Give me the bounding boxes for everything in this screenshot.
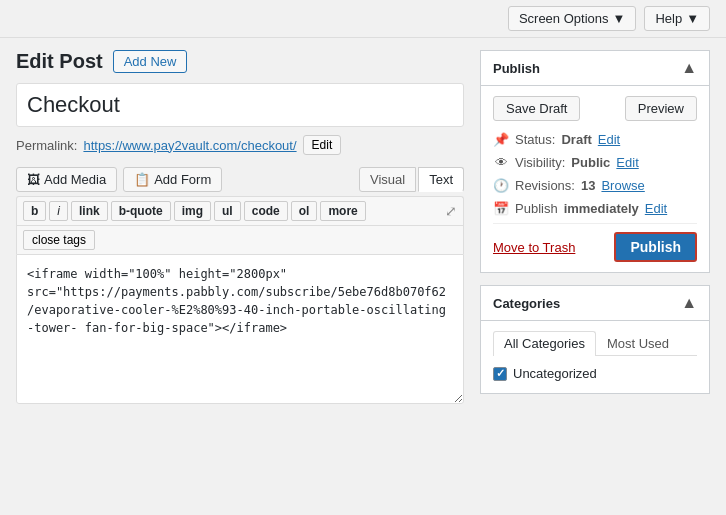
status-value: Draft bbox=[561, 132, 591, 147]
top-bar: Screen Options ▼ Help ▼ bbox=[0, 0, 726, 38]
publish-button[interactable]: Publish bbox=[614, 232, 697, 262]
calendar-icon: 📅 bbox=[493, 200, 509, 216]
format-img-button[interactable]: img bbox=[174, 201, 211, 221]
cat-checkbox-uncategorized[interactable]: ✓ bbox=[493, 367, 507, 381]
media-icon: 🖼 bbox=[27, 172, 40, 187]
publish-time-row: 📅 Publish immediately Edit bbox=[493, 200, 697, 216]
publish-panel-toggle[interactable]: ▲ bbox=[681, 59, 697, 77]
pin-icon: 📌 bbox=[493, 131, 509, 147]
permalink-label: Permalink: bbox=[16, 138, 77, 153]
screen-options-button[interactable]: Screen Options ▼ bbox=[508, 6, 636, 31]
categories-panel-header: Categories ▲ bbox=[481, 286, 709, 321]
tab-visual[interactable]: Visual bbox=[359, 167, 416, 192]
revisions-browse-link[interactable]: Browse bbox=[601, 178, 644, 193]
chevron-down-icon: ▼ bbox=[613, 11, 626, 26]
categories-panel-body: All Categories Most Used ✓ Uncategorized bbox=[481, 321, 709, 393]
publish-time-edit-link[interactable]: Edit bbox=[645, 201, 667, 216]
categories-panel-toggle[interactable]: ▲ bbox=[681, 294, 697, 312]
close-tags-button[interactable]: close tags bbox=[23, 230, 95, 250]
close-tags-row: close tags bbox=[16, 225, 464, 254]
revisions-row: 🕐 Revisions: 13 Browse bbox=[493, 177, 697, 193]
format-bquote-button[interactable]: b-quote bbox=[111, 201, 171, 221]
checkmark-icon: ✓ bbox=[496, 367, 505, 380]
status-label: Status: bbox=[515, 132, 555, 147]
main-content: Edit Post Add New Permalink: https://www… bbox=[0, 38, 726, 419]
cat-tab-most-used[interactable]: Most Used bbox=[596, 331, 680, 355]
categories-panel: Categories ▲ All Categories Most Used ✓ … bbox=[480, 285, 710, 394]
permalink-link[interactable]: https://www.pay2vault.com/checkout/ bbox=[83, 138, 296, 153]
publish-panel-header: Publish ▲ bbox=[481, 51, 709, 86]
add-form-button[interactable]: 📋 Add Form bbox=[123, 167, 222, 192]
categories-panel-title: Categories bbox=[493, 296, 560, 311]
add-form-label: Add Form bbox=[154, 172, 211, 187]
save-preview-row: Save Draft Preview bbox=[493, 96, 697, 121]
view-tabs: Visual Text bbox=[359, 167, 464, 192]
format-ul-button[interactable]: ul bbox=[214, 201, 241, 221]
cat-label-uncategorized: Uncategorized bbox=[513, 366, 597, 381]
cat-tabs: All Categories Most Used bbox=[493, 331, 697, 356]
publish-footer: Move to Trash Publish bbox=[493, 223, 697, 262]
right-panel: Publish ▲ Save Draft Preview 📌 Status: D… bbox=[480, 50, 710, 407]
editor-textarea[interactable] bbox=[16, 254, 464, 404]
visibility-edit-link[interactable]: Edit bbox=[616, 155, 638, 170]
help-label: Help bbox=[655, 11, 682, 26]
permalink-row: Permalink: https://www.pay2vault.com/che… bbox=[16, 135, 464, 155]
left-panel: Edit Post Add New Permalink: https://www… bbox=[16, 50, 464, 407]
preview-button[interactable]: Preview bbox=[625, 96, 697, 121]
screen-options-label: Screen Options bbox=[519, 11, 609, 26]
format-bar: b i link b-quote img ul code ol more ⤢ bbox=[16, 196, 464, 225]
visibility-row: 👁 Visibility: Public Edit bbox=[493, 154, 697, 170]
resize-icon: ⤢ bbox=[445, 203, 457, 219]
add-new-button[interactable]: Add New bbox=[113, 50, 188, 73]
visibility-value: Public bbox=[571, 155, 610, 170]
eye-icon: 👁 bbox=[493, 154, 509, 170]
format-ol-button[interactable]: ol bbox=[291, 201, 318, 221]
page-title-row: Edit Post Add New bbox=[16, 50, 464, 73]
format-code-button[interactable]: code bbox=[244, 201, 288, 221]
add-media-button[interactable]: 🖼 Add Media bbox=[16, 167, 117, 192]
format-link-button[interactable]: link bbox=[71, 201, 108, 221]
status-edit-link[interactable]: Edit bbox=[598, 132, 620, 147]
permalink-edit-button[interactable]: Edit bbox=[303, 135, 342, 155]
format-italic-button[interactable]: i bbox=[49, 201, 68, 221]
publish-panel-title: Publish bbox=[493, 61, 540, 76]
move-to-trash-link[interactable]: Move to Trash bbox=[493, 240, 575, 255]
revisions-label: Revisions: bbox=[515, 178, 575, 193]
visibility-label: Visibility: bbox=[515, 155, 565, 170]
status-row: 📌 Status: Draft Edit bbox=[493, 131, 697, 147]
help-button[interactable]: Help ▼ bbox=[644, 6, 710, 31]
format-more-button[interactable]: more bbox=[320, 201, 365, 221]
clock-icon: 🕐 bbox=[493, 177, 509, 193]
revisions-count: 13 bbox=[581, 178, 595, 193]
tab-text[interactable]: Text bbox=[418, 167, 464, 192]
toolbar-left: 🖼 Add Media 📋 Add Form bbox=[16, 167, 222, 192]
add-media-label: Add Media bbox=[44, 172, 106, 187]
save-draft-button[interactable]: Save Draft bbox=[493, 96, 580, 121]
post-title-input[interactable] bbox=[16, 83, 464, 127]
publish-time-label: Publish bbox=[515, 201, 558, 216]
publish-time-value: immediately bbox=[564, 201, 639, 216]
chevron-down-icon: ▼ bbox=[686, 11, 699, 26]
publish-panel: Publish ▲ Save Draft Preview 📌 Status: D… bbox=[480, 50, 710, 273]
page-title: Edit Post bbox=[16, 50, 103, 73]
cat-item-uncategorized: ✓ Uncategorized bbox=[493, 364, 697, 383]
format-bold-button[interactable]: b bbox=[23, 201, 46, 221]
form-icon: 📋 bbox=[134, 172, 150, 187]
toolbar-row: 🖼 Add Media 📋 Add Form Visual Text bbox=[16, 167, 464, 192]
cat-tab-all[interactable]: All Categories bbox=[493, 331, 596, 356]
publish-panel-body: Save Draft Preview 📌 Status: Draft Edit … bbox=[481, 86, 709, 272]
